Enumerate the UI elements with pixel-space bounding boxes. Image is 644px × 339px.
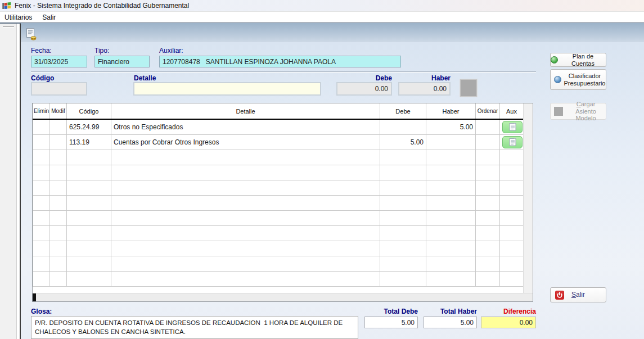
- auxiliar-label: Auxiliar:: [159, 47, 183, 55]
- entry-action-button[interactable]: [460, 79, 477, 97]
- detalle-entry[interactable]: [133, 82, 321, 96]
- header-haber[interactable]: Haber: [426, 103, 476, 119]
- cell-codigo: [67, 256, 111, 271]
- cell-codigo: 625.24.99: [67, 119, 111, 134]
- cell-debe: [380, 180, 426, 195]
- cell-codigo: [67, 210, 111, 225]
- tipo-field[interactable]: Financiero: [94, 56, 150, 67]
- cell-aux: [500, 150, 524, 165]
- cell-debe: [380, 271, 426, 286]
- cell-codigo: [67, 195, 111, 210]
- grid-vertical-scrollbar[interactable]: [523, 103, 533, 293]
- window-title: Fenix - Sistema Integrado de Contabilida…: [15, 2, 189, 10]
- cell-ordenar: [476, 256, 500, 271]
- haber-label: Haber: [398, 74, 451, 82]
- grid-horizontal-scrollbar[interactable]: [33, 293, 533, 301]
- cell-elimin: [33, 150, 50, 165]
- blue-sphere-icon: [554, 76, 561, 83]
- cell-elimin: [33, 210, 50, 225]
- cell-haber: [426, 150, 476, 165]
- grid-empty-row[interactable]: [33, 165, 524, 180]
- cell-debe: [380, 256, 426, 271]
- cell-codigo: [67, 180, 111, 195]
- cell-aux: [500, 256, 524, 271]
- total-debe-field: 5.00: [364, 317, 418, 328]
- cell-ordenar: [476, 195, 500, 210]
- header-ordenar[interactable]: Ordenar: [476, 103, 500, 119]
- total-haber-field: 5.00: [424, 317, 477, 328]
- grid-empty-row[interactable]: [33, 210, 524, 225]
- cell-haber: [426, 225, 476, 241]
- plan-de-cuentas-button[interactable]: Plan de Cuentas: [550, 53, 606, 67]
- aux-button[interactable]: [502, 121, 523, 133]
- cell-haber: [426, 241, 476, 256]
- tipo-label: Tipo:: [94, 47, 109, 55]
- cell-modif: [50, 271, 67, 286]
- grid-empty-row[interactable]: [33, 241, 524, 256]
- cell-detalle: [111, 241, 380, 256]
- clasificador-presupuestario-button[interactable]: Clasificador Presupuestario: [550, 69, 606, 90]
- green-sphere-icon: [551, 56, 558, 64]
- aux-button[interactable]: [502, 136, 523, 148]
- panel-grip-handle[interactable]: [3, 26, 14, 27]
- fecha-field[interactable]: 31/03/2025: [31, 56, 87, 67]
- glosa-textarea[interactable]: P/R. DEPOSITO EN CUENTA ROTATIVA DE INGR…: [31, 316, 358, 339]
- grid-row[interactable]: 113.19Cuentas por Cobrar Otros Ingresos5…: [33, 134, 524, 150]
- diferencia-label: Diferencia: [481, 308, 536, 315]
- header-aux[interactable]: Aux: [500, 103, 524, 119]
- cell-detalle: [111, 256, 380, 271]
- menu-salir[interactable]: Salir: [42, 13, 56, 21]
- grid-row[interactable]: 625.24.99Otros no Especificados5.00: [33, 119, 524, 134]
- salir-button[interactable]: Salir: [550, 287, 606, 302]
- left-panel-strip: [0, 24, 17, 339]
- grid-empty-row[interactable]: [33, 225, 524, 241]
- salir-label: Salir: [571, 291, 585, 299]
- cell-aux: [500, 241, 524, 256]
- grid-empty-row[interactable]: [33, 150, 524, 165]
- cell-elimin: [33, 165, 50, 180]
- cell-modif: [50, 241, 67, 256]
- fecha-label: Fecha:: [31, 47, 52, 55]
- cell-modif: [50, 150, 67, 165]
- app-window-icon: [2, 2, 11, 10]
- cell-debe: 5.00: [380, 134, 426, 150]
- grid-empty-row[interactable]: [33, 195, 524, 210]
- power-icon: [555, 291, 564, 300]
- haber-entry: 0.00: [398, 82, 451, 96]
- cell-ordenar: [476, 134, 500, 150]
- cell-haber: [426, 210, 476, 225]
- header-detalle[interactable]: Detalle: [111, 103, 380, 119]
- header-debe[interactable]: Debe: [380, 103, 426, 119]
- cell-ordenar: [476, 150, 500, 165]
- cell-debe: [380, 150, 426, 165]
- header-modif[interactable]: Modif: [50, 103, 67, 119]
- cell-aux: [500, 165, 524, 180]
- codigo-entry: [31, 82, 87, 96]
- gray-square-icon: [554, 107, 563, 116]
- cell-codigo: [67, 165, 111, 180]
- notepad-icon: [509, 138, 516, 146]
- header-elimin[interactable]: Elimin: [33, 103, 50, 119]
- cell-aux: [500, 210, 524, 225]
- header-codigo[interactable]: Código: [67, 103, 111, 119]
- asiento-table: Elimin Modif Código Detalle Debe Haber O…: [33, 103, 524, 287]
- grid-empty-row[interactable]: [33, 271, 524, 286]
- cell-modif: [50, 165, 67, 180]
- cell-ordenar: [476, 180, 500, 195]
- cell-codigo: [67, 225, 111, 241]
- menu-utilitarios[interactable]: Utilitarios: [4, 13, 32, 21]
- cell-debe: [380, 119, 426, 134]
- cell-elimin: [33, 195, 50, 210]
- horizontal-scroll-thumb[interactable]: [33, 293, 36, 301]
- auxiliar-field[interactable]: 1207708478 SANTILLAN ESPINOZA JOHANNA PA…: [159, 56, 401, 67]
- voucher-document-coins-icon[interactable]: [25, 28, 37, 40]
- cell-modif: [50, 119, 67, 134]
- grid-empty-row[interactable]: [33, 180, 524, 195]
- cell-detalle: Cuentas por Cobrar Otros Ingresos: [111, 134, 380, 150]
- cell-haber: 5.00: [426, 119, 476, 134]
- grid-empty-row[interactable]: [33, 256, 524, 271]
- clasificador-label: Clasificador Presupuestario: [564, 73, 606, 87]
- cargar-asiento-modelo-button: Cargar Asiento Modelo: [550, 103, 606, 120]
- cell-debe: [380, 241, 426, 256]
- cell-modif: [50, 256, 67, 271]
